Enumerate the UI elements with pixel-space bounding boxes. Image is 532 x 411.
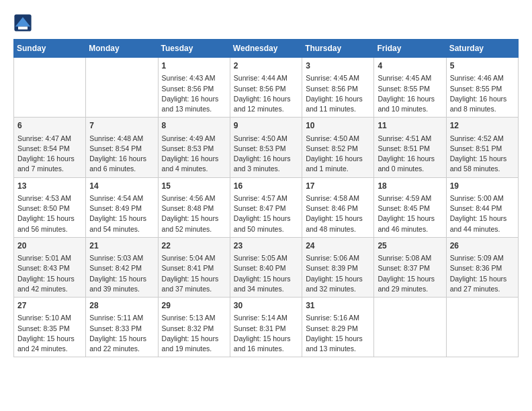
calendar-cell: 25Sunrise: 5:08 AMSunset: 8:37 PMDayligh… bbox=[374, 237, 446, 297]
daylight-text: Daylight: 15 hours and 39 minutes. bbox=[89, 275, 146, 293]
day-number: 10 bbox=[306, 120, 370, 132]
day-number: 12 bbox=[450, 120, 515, 132]
daylight-text: Daylight: 16 hours and 7 minutes. bbox=[17, 154, 75, 173]
sunset-text: Sunset: 8:55 PM bbox=[378, 85, 430, 93]
sunset-text: Sunset: 8:53 PM bbox=[234, 144, 286, 152]
sunrise-text: Sunrise: 4:53 AM bbox=[17, 194, 71, 202]
day-number: 13 bbox=[17, 181, 82, 192]
calendar-body: 1Sunrise: 4:43 AMSunset: 8:56 PMDaylight… bbox=[14, 58, 519, 357]
daylight-text: Daylight: 15 hours and 16 minutes. bbox=[234, 334, 291, 353]
daylight-text: Daylight: 15 hours and 42 minutes. bbox=[17, 275, 75, 293]
day-number: 28 bbox=[89, 300, 154, 312]
day-number: 6 bbox=[17, 120, 82, 132]
calendar-cell: 4Sunrise: 4:45 AMSunset: 8:55 PMDaylight… bbox=[374, 58, 446, 118]
sunset-text: Sunset: 8:42 PM bbox=[89, 264, 142, 272]
header-cell-saturday: Saturday bbox=[446, 40, 518, 58]
sunrise-text: Sunrise: 4:47 AM bbox=[17, 134, 71, 142]
daylight-text: Daylight: 15 hours and 19 minutes. bbox=[162, 334, 219, 353]
day-number: 21 bbox=[89, 240, 154, 252]
day-number: 19 bbox=[450, 181, 515, 192]
sunrise-text: Sunrise: 4:56 AM bbox=[162, 194, 216, 202]
sunset-text: Sunset: 8:51 PM bbox=[450, 144, 502, 152]
calendar-cell: 9Sunrise: 4:50 AMSunset: 8:53 PMDaylight… bbox=[230, 118, 302, 177]
daylight-text: Daylight: 15 hours and 22 minutes. bbox=[89, 334, 146, 353]
daylight-text: Daylight: 16 hours and 4 minutes. bbox=[162, 154, 219, 173]
day-number: 20 bbox=[17, 240, 82, 252]
logo-icon bbox=[13, 13, 32, 32]
header-cell-sunday: Sunday bbox=[14, 40, 86, 58]
sunset-text: Sunset: 8:47 PM bbox=[234, 204, 286, 212]
daylight-text: Daylight: 16 hours and 13 minutes. bbox=[162, 95, 219, 113]
calendar-cell: 3Sunrise: 4:45 AMSunset: 8:56 PMDaylight… bbox=[302, 58, 374, 118]
sunrise-text: Sunrise: 4:50 AM bbox=[306, 134, 359, 142]
sunrise-text: Sunrise: 5:04 AM bbox=[162, 254, 216, 262]
calendar-week-1: 1Sunrise: 4:43 AMSunset: 8:56 PMDaylight… bbox=[14, 58, 519, 118]
sunrise-text: Sunrise: 4:49 AM bbox=[162, 134, 216, 142]
daylight-text: Daylight: 15 hours and 56 minutes. bbox=[17, 214, 75, 232]
calendar-cell: 21Sunrise: 5:03 AMSunset: 8:42 PMDayligh… bbox=[86, 237, 158, 297]
day-number: 26 bbox=[450, 240, 515, 252]
day-number: 11 bbox=[378, 120, 442, 132]
header-cell-thursday: Thursday bbox=[302, 40, 374, 58]
sunset-text: Sunset: 8:51 PM bbox=[378, 144, 430, 152]
daylight-text: Daylight: 16 hours and 8 minutes. bbox=[450, 95, 507, 113]
calendar-header: SundayMondayTuesdayWednesdayThursdayFrid… bbox=[14, 40, 519, 58]
day-number: 18 bbox=[378, 181, 442, 192]
daylight-text: Daylight: 15 hours and 27 minutes. bbox=[450, 275, 507, 293]
day-number: 17 bbox=[306, 181, 370, 192]
sunrise-text: Sunrise: 4:57 AM bbox=[234, 194, 287, 202]
calendar-cell: 19Sunrise: 5:00 AMSunset: 8:44 PMDayligh… bbox=[446, 177, 518, 237]
sunrise-text: Sunrise: 4:51 AM bbox=[378, 134, 431, 142]
sunset-text: Sunset: 8:36 PM bbox=[450, 264, 502, 272]
calendar-cell: 26Sunrise: 5:09 AMSunset: 8:36 PMDayligh… bbox=[446, 237, 518, 297]
sunrise-text: Sunrise: 4:50 AM bbox=[234, 134, 287, 142]
sunrise-text: Sunrise: 4:45 AM bbox=[306, 74, 359, 82]
daylight-text: Daylight: 15 hours and 58 minutes. bbox=[450, 154, 507, 173]
calendar-cell: 5Sunrise: 4:46 AMSunset: 8:55 PMDaylight… bbox=[446, 58, 518, 118]
calendar-cell: 10Sunrise: 4:50 AMSunset: 8:52 PMDayligh… bbox=[302, 118, 374, 177]
sunset-text: Sunset: 8:37 PM bbox=[378, 264, 430, 272]
day-number: 15 bbox=[162, 181, 226, 192]
sunrise-text: Sunrise: 5:14 AM bbox=[234, 314, 287, 322]
calendar-cell: 24Sunrise: 5:06 AMSunset: 8:39 PMDayligh… bbox=[302, 237, 374, 297]
sunrise-text: Sunrise: 4:45 AM bbox=[378, 74, 431, 82]
sunset-text: Sunset: 8:53 PM bbox=[162, 144, 214, 152]
calendar-week-5: 27Sunrise: 5:10 AMSunset: 8:35 PMDayligh… bbox=[14, 298, 519, 357]
calendar-cell bbox=[374, 298, 446, 357]
day-number: 30 bbox=[234, 300, 298, 312]
day-number: 14 bbox=[89, 181, 154, 192]
sunset-text: Sunset: 8:55 PM bbox=[450, 85, 502, 93]
sunrise-text: Sunrise: 5:11 AM bbox=[89, 314, 143, 322]
header-cell-friday: Friday bbox=[374, 40, 446, 58]
calendar-cell: 14Sunrise: 4:54 AMSunset: 8:49 PMDayligh… bbox=[86, 177, 158, 237]
calendar-table: SundayMondayTuesdayWednesdayThursdayFrid… bbox=[13, 39, 519, 357]
sunrise-text: Sunrise: 5:05 AM bbox=[234, 254, 287, 262]
daylight-text: Daylight: 16 hours and 0 minutes. bbox=[378, 154, 435, 173]
sunset-text: Sunset: 8:40 PM bbox=[234, 264, 286, 272]
daylight-text: Daylight: 15 hours and 52 minutes. bbox=[162, 214, 219, 232]
sunset-text: Sunset: 8:50 PM bbox=[17, 204, 70, 212]
sunrise-text: Sunrise: 5:09 AM bbox=[450, 254, 504, 262]
calendar-cell: 30Sunrise: 5:14 AMSunset: 8:31 PMDayligh… bbox=[230, 298, 302, 357]
calendar-cell: 28Sunrise: 5:11 AMSunset: 8:33 PMDayligh… bbox=[86, 298, 158, 357]
sunset-text: Sunset: 8:48 PM bbox=[162, 204, 214, 212]
sunset-text: Sunset: 8:33 PM bbox=[89, 324, 142, 332]
sunset-text: Sunset: 8:39 PM bbox=[306, 264, 358, 272]
sunrise-text: Sunrise: 4:58 AM bbox=[306, 194, 359, 202]
sunrise-text: Sunrise: 4:46 AM bbox=[450, 74, 504, 82]
sunrise-text: Sunrise: 5:03 AM bbox=[89, 254, 143, 262]
day-number: 7 bbox=[89, 120, 154, 132]
sunset-text: Sunset: 8:49 PM bbox=[89, 204, 142, 212]
calendar-cell: 17Sunrise: 4:58 AMSunset: 8:46 PMDayligh… bbox=[302, 177, 374, 237]
daylight-text: Daylight: 16 hours and 12 minutes. bbox=[234, 95, 291, 113]
calendar-cell bbox=[86, 58, 158, 118]
calendar-cell: 31Sunrise: 5:16 AMSunset: 8:29 PMDayligh… bbox=[302, 298, 374, 357]
day-number: 31 bbox=[306, 300, 370, 312]
daylight-text: Daylight: 15 hours and 46 minutes. bbox=[378, 214, 435, 232]
sunset-text: Sunset: 8:45 PM bbox=[378, 204, 430, 212]
daylight-text: Daylight: 16 hours and 6 minutes. bbox=[89, 154, 146, 173]
day-number: 23 bbox=[234, 240, 298, 252]
sunrise-text: Sunrise: 5:08 AM bbox=[378, 254, 431, 262]
calendar-cell: 1Sunrise: 4:43 AMSunset: 8:56 PMDaylight… bbox=[158, 58, 230, 118]
header-cell-tuesday: Tuesday bbox=[158, 40, 230, 58]
